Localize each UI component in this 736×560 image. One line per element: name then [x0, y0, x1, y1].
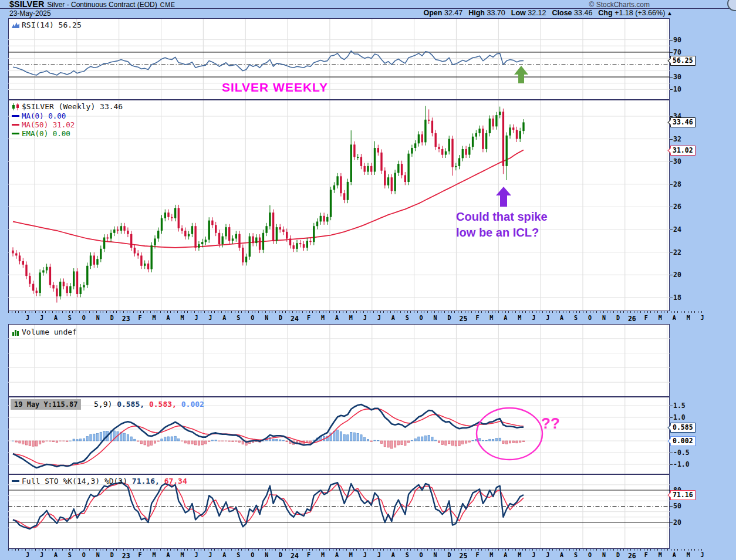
y-axis-label: 70 — [673, 48, 681, 56]
annotation-double-question: ?? — [541, 414, 560, 433]
x-axis-month-label: S — [574, 552, 578, 558]
x-axis-month-label: J — [377, 315, 381, 321]
x-axis-month-label: S — [237, 315, 240, 321]
y-axis-label: 28 — [673, 180, 681, 188]
quote-value: 33.46 — [572, 9, 593, 17]
ma50-legend: MA(50) 31.02 — [12, 120, 75, 129]
ma0-legend: MA(0) 0.00 — [12, 112, 66, 120]
sto-label: Full STO %K(14,3) %D(3) — [22, 477, 127, 485]
x-axis-month-label: A — [391, 315, 395, 321]
quote-value: +1.18 (+3.66%) — [613, 9, 666, 17]
x-axis-month-label: N — [602, 315, 606, 321]
annotation-icl-line1: Could that spike — [456, 209, 548, 225]
candlestick-icon — [12, 103, 19, 112]
y-axis-label: 22 — [673, 248, 681, 257]
x-axis-month-label: J — [701, 315, 704, 321]
x-axis-month-label: A — [673, 552, 676, 558]
rsi-area-icon — [12, 22, 19, 31]
x-axis-month-label: F — [475, 552, 479, 558]
x-axis-month-label: A — [560, 552, 563, 558]
x-axis-year-label: 24 — [291, 315, 299, 323]
ema0-swatch — [12, 133, 19, 134]
quote-label: Open — [424, 9, 443, 17]
x-axis-month-label: M — [687, 552, 690, 558]
x-axis-month-label: A — [335, 315, 339, 321]
x-axis-year-label: 26 — [628, 552, 636, 560]
x-axis-month-label: A — [222, 315, 226, 321]
exchange: CME — [160, 1, 175, 8]
x-axis-labels-top: JJASOND23FMAMJJASOND24FMAMJJASOND25FMAMJ… — [0, 315, 736, 323]
symbol: $SILVER — [9, 0, 44, 9]
rsi-label: RSI(14) 56.25 — [22, 21, 82, 29]
quote-value: 32.47 — [442, 9, 462, 17]
x-axis-month-label: M — [180, 315, 184, 321]
price-title-row: $SILVER (Weekly) 33.46 — [12, 102, 123, 112]
x-axis-year-label: 23 — [122, 552, 130, 560]
value-box: 31.02 — [670, 146, 696, 156]
quote-label: Low — [511, 9, 526, 17]
x-axis-month-label: O — [420, 315, 423, 321]
x-axis-month-label: O — [82, 315, 86, 321]
x-axis-month-label: M — [349, 315, 353, 321]
x-axis-month-label: S — [574, 315, 578, 321]
stockcharts-link[interactable]: © StockCharts.com — [589, 1, 650, 9]
x-axis-month-label: J — [532, 552, 535, 558]
x-axis-month-label: J — [26, 315, 29, 321]
ma50-label: MA(50) 31.02 — [22, 120, 75, 129]
x-axis-month-label: N — [265, 315, 268, 321]
x-axis-month-label: M — [659, 552, 662, 558]
y-axis-label: 30 — [673, 73, 681, 81]
macd-signal-value: 0.583, — [149, 400, 177, 409]
y-axis-label: -1.0 — [673, 460, 690, 468]
value-box: 71.16 — [670, 490, 696, 500]
x-axis-month-label: S — [406, 315, 409, 321]
x-axis-month-label: M — [349, 552, 353, 558]
x-axis-month-label: M — [321, 315, 325, 321]
x-axis-month-label: J — [363, 552, 367, 558]
x-axis-month-label: J — [546, 315, 549, 321]
volume-label: Volume undef — [22, 328, 77, 336]
value-box: 0.585 — [670, 423, 696, 433]
sto-legend: Full STO %K(14,3) %D(3) 71.16, 67.34 — [12, 477, 187, 485]
x-axis-month-label: D — [447, 315, 451, 321]
x-axis-month-label: M — [153, 315, 156, 321]
x-axis-ticks-bottom — [8, 549, 704, 551]
macd-value: 0.585, — [117, 400, 144, 409]
x-axis-month-label: S — [237, 552, 240, 558]
annotation-icl-question: Could that spike low be an ICL? — [456, 209, 548, 241]
x-axis-month-label: A — [54, 552, 58, 558]
stockcharts-weekly-silver-chart: $SILVERSilver - Continuous Contract (EOD… — [0, 0, 736, 560]
x-axis-month-label: N — [434, 552, 437, 558]
x-axis-month-label: D — [616, 315, 620, 321]
ema0-legend: EMA(0) 0.00 — [12, 129, 70, 138]
macd-label-fragment: 5,9) — [94, 400, 112, 409]
x-axis-month-label: S — [68, 552, 72, 558]
volume-bars-icon — [12, 329, 19, 338]
x-axis-month-label: M — [180, 552, 184, 558]
x-axis-month-label: N — [602, 552, 606, 558]
y-axis-label: 24 — [673, 225, 681, 234]
price-title: $SILVER (Weekly) 33.46 — [22, 102, 123, 111]
x-axis-month-label: J — [363, 315, 367, 321]
x-axis-month-label: J — [40, 552, 43, 558]
ma0-label: MA(0) 0.00 — [22, 112, 66, 120]
x-axis-year-label: 24 — [291, 552, 299, 560]
y-axis-label: 1.5 — [673, 402, 686, 410]
y-axis-label: 1.0 — [673, 413, 686, 421]
x-axis-month-label: D — [110, 315, 114, 321]
x-axis-month-label: D — [616, 552, 620, 558]
x-axis-month-label: D — [279, 552, 282, 558]
quote-value: 32.12 — [526, 9, 546, 17]
x-axis-month-label: J — [194, 315, 198, 321]
macd-hist-value: 0.002 — [181, 400, 204, 409]
y-axis-label: 18 — [673, 294, 681, 302]
y-axis-label: 10 — [673, 85, 681, 93]
x-axis-year-label: 23 — [122, 315, 130, 323]
quote-collapse-arrow[interactable]: ▲ — [665, 10, 673, 16]
value-box: 33.46 — [670, 117, 696, 127]
x-axis-month-label: O — [251, 552, 254, 558]
x-axis-month-label: A — [673, 315, 676, 321]
y-axis-label: 32 — [673, 135, 681, 143]
rsi-legend: RSI(14) 56.25 — [12, 21, 82, 31]
x-axis-month-label: J — [701, 552, 704, 558]
